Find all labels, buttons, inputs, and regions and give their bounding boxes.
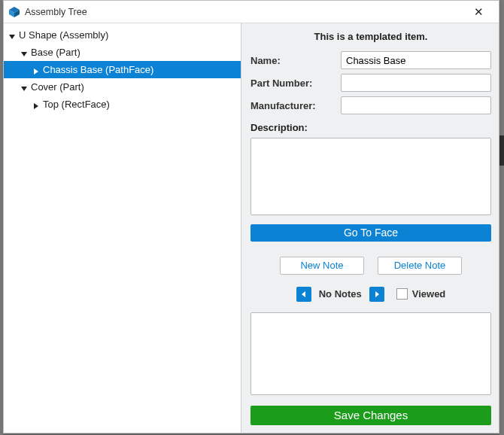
manufacturer-row: Manufacturer: [250,96,491,114]
assembly-tree-window: Assembly Tree ✕ U Shape (Assembly) Base … [3,0,499,433]
save-changes-button[interactable]: Save Changes [250,406,491,426]
name-label: Name: [250,55,333,66]
delete-note-button[interactable]: Delete Note [378,257,462,275]
description-label: Description: [250,122,491,133]
partnum-input[interactable] [341,74,491,92]
tree-row[interactable]: U Shape (Assembly) [4,26,241,44]
collapse-icon[interactable] [32,101,40,108]
svg-marker-6 [21,87,27,91]
window-body: U Shape (Assembly) Base (Part) Chassis B… [4,23,499,433]
notes-status: No Notes [319,288,362,300]
tree-row[interactable]: Top (RectFace) [4,96,241,113]
tree-pane[interactable]: U Shape (Assembly) Base (Part) Chassis B… [4,23,241,433]
titlebar-left: Assembly Tree [8,6,87,18]
svg-marker-8 [302,291,305,297]
chevron-left-icon [300,291,308,298]
close-button[interactable]: ✕ [464,2,493,23]
tree-label: Chassis Base (PathFace) [43,64,153,75]
name-row: Name: [250,51,491,69]
expand-icon[interactable] [20,84,28,91]
notes-button-row: New Note Delete Note [250,257,491,275]
tree-label: Base (Part) [31,47,80,58]
description-textarea[interactable] [250,138,491,215]
viewed-label: Viewed [412,288,446,300]
tree-row-selected[interactable]: Chassis Base (PathFace) [4,61,241,78]
window-title: Assembly Tree [25,7,87,17]
new-note-button[interactable]: New Note [280,257,364,275]
note-body-textarea[interactable] [250,312,491,395]
titlebar: Assembly Tree ✕ [4,1,499,23]
viewed-checkbox[interactable] [396,288,408,300]
partnum-label: Part Number: [250,78,333,89]
close-icon: ✕ [474,6,484,17]
tree-row[interactable]: Cover (Part) [4,78,241,96]
notes-nav: No Notes Viewed [250,287,491,302]
expand-icon[interactable] [8,32,16,39]
collapse-icon[interactable] [32,66,40,74]
tree-label: Cover (Part) [31,81,84,93]
tree-row[interactable]: Base (Part) [4,44,241,61]
chevron-right-icon [373,291,381,298]
name-input[interactable] [341,51,491,69]
app-icon [8,6,20,18]
svg-marker-5 [34,68,38,75]
templated-banner: This is a templated item. [250,31,491,42]
goto-face-button[interactable]: Go To Face [250,224,491,242]
viewed-group: Viewed [396,288,446,300]
manufacturer-label: Manufacturer: [250,100,333,111]
tree-label: U Shape (Assembly) [19,29,108,41]
manufacturer-input[interactable] [341,96,491,114]
svg-marker-3 [9,35,15,39]
svg-marker-9 [375,291,379,297]
prev-note-button[interactable] [296,287,311,302]
svg-marker-4 [21,52,27,56]
background-dark-strip [499,135,504,166]
expand-icon[interactable] [20,49,28,56]
details-pane: This is a templated item. Name: Part Num… [241,23,499,433]
next-note-button[interactable] [369,287,384,302]
partnum-row: Part Number: [250,74,491,92]
tree-label: Top (RectFace) [43,99,110,110]
svg-marker-7 [34,103,38,109]
